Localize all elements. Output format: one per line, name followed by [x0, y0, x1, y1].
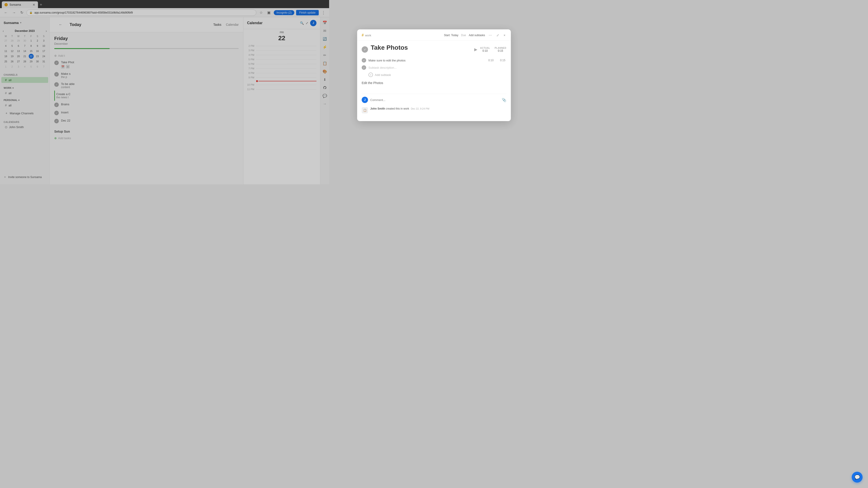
- modal-overlay[interactable]: # work Start: Today Due Add subtasks ⋯ ⤢…: [0, 0, 329, 184]
